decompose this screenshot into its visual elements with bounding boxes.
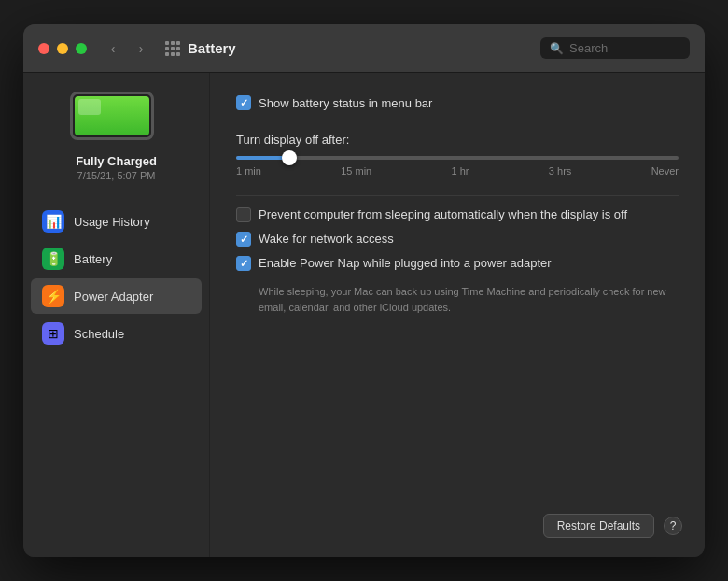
sidebar-label-battery: Battery (74, 252, 112, 266)
minimize-button[interactable] (57, 43, 68, 54)
help-button[interactable]: ? (664, 517, 682, 535)
sidebar-item-usage-history[interactable]: 📊 Usage History (31, 204, 202, 239)
display-off-slider-container: 1 min 15 min 1 hr 3 hrs Never (236, 156, 679, 177)
battery-status-date: 7/15/21, 5:07 PM (77, 170, 156, 181)
search-bar[interactable]: 🔍 Search (540, 37, 690, 59)
battery-shine (78, 99, 101, 115)
show-battery-status-label: Show battery status in menu bar (259, 96, 432, 110)
maximize-button[interactable] (76, 43, 87, 54)
sidebar-label-power-adapter: Power Adapter (74, 290, 153, 304)
slider-label-3hrs: 3 hrs (549, 165, 571, 177)
slider-label-1min: 1 min (236, 165, 261, 177)
power-nap-checkbox[interactable] (236, 256, 251, 271)
restore-defaults-button[interactable]: Restore Defaults (543, 514, 654, 538)
sidebar: Fully Charged 7/15/21, 5:07 PM 📊 Usage H… (23, 73, 210, 557)
power-nap-label: Enable Power Nap while plugged into a po… (259, 256, 552, 270)
battery-icon (70, 92, 163, 143)
wake-network-label: Wake for network access (259, 232, 394, 246)
search-icon: 🔍 (550, 42, 564, 55)
window-title: Battery (188, 40, 540, 56)
sidebar-item-schedule[interactable]: ⊞ Schedule (31, 316, 202, 351)
battery-status: Fully Charged 7/15/21, 5:07 PM (55, 92, 178, 181)
main-content: Fully Charged 7/15/21, 5:07 PM 📊 Usage H… (23, 73, 705, 557)
title-bar: ‹ › Battery 🔍 Search (23, 24, 705, 73)
sidebar-item-power-adapter[interactable]: ⚡ Power Adapter (31, 278, 202, 314)
nav-buttons: ‹ › (102, 37, 152, 60)
back-button[interactable]: ‹ (102, 37, 124, 60)
prevent-sleep-checkbox[interactable] (236, 207, 251, 222)
power-nap-row: Enable Power Nap while plugged into a po… (236, 256, 679, 271)
battery-icon-nav: 🔋 (42, 248, 64, 270)
close-button[interactable] (38, 43, 49, 54)
sidebar-label-schedule: Schedule (74, 327, 124, 341)
battery-fill (75, 96, 149, 135)
schedule-icon: ⊞ (42, 322, 64, 345)
prevent-sleep-label: Prevent computer from sleeping automatic… (259, 207, 627, 221)
display-off-label: Turn display off after: (236, 133, 679, 147)
sidebar-item-battery[interactable]: 🔋 Battery (31, 241, 202, 276)
usage-history-icon: 📊 (42, 210, 64, 233)
battery-status-label: Fully Charged (76, 154, 157, 168)
traffic-lights (38, 43, 87, 54)
show-battery-status-row: Show battery status in menu bar (236, 95, 679, 110)
wake-network-row: Wake for network access (236, 232, 679, 247)
slider-labels: 1 min 15 min 1 hr 3 hrs Never (236, 165, 679, 177)
wake-network-checkbox[interactable] (236, 232, 251, 247)
right-panel: Show battery status in menu bar Turn dis… (210, 73, 705, 557)
slider-track (236, 156, 679, 160)
slider-label-15min: 15 min (341, 165, 371, 177)
show-battery-status-checkbox[interactable] (236, 95, 251, 110)
divider-1 (236, 195, 679, 196)
sidebar-label-usage-history: Usage History (74, 215, 150, 229)
power-nap-subtext: While sleeping, your Mac can back up usi… (259, 284, 679, 315)
bottom-bar: Restore Defaults ? (543, 514, 682, 538)
grid-icon[interactable] (165, 41, 180, 56)
sidebar-nav: 📊 Usage History 🔋 Battery ⚡ Power Adapte… (23, 204, 209, 353)
prevent-sleep-row: Prevent computer from sleeping automatic… (236, 207, 679, 222)
battery-body (70, 92, 154, 140)
forward-button[interactable]: › (130, 37, 152, 60)
slider-label-1hr: 1 hr (452, 165, 469, 177)
slider-thumb[interactable] (282, 150, 297, 165)
slider-label-never: Never (651, 165, 679, 177)
search-placeholder: Search (569, 41, 608, 55)
settings-window: ‹ › Battery 🔍 Search (23, 24, 705, 557)
power-adapter-icon: ⚡ (42, 285, 64, 307)
